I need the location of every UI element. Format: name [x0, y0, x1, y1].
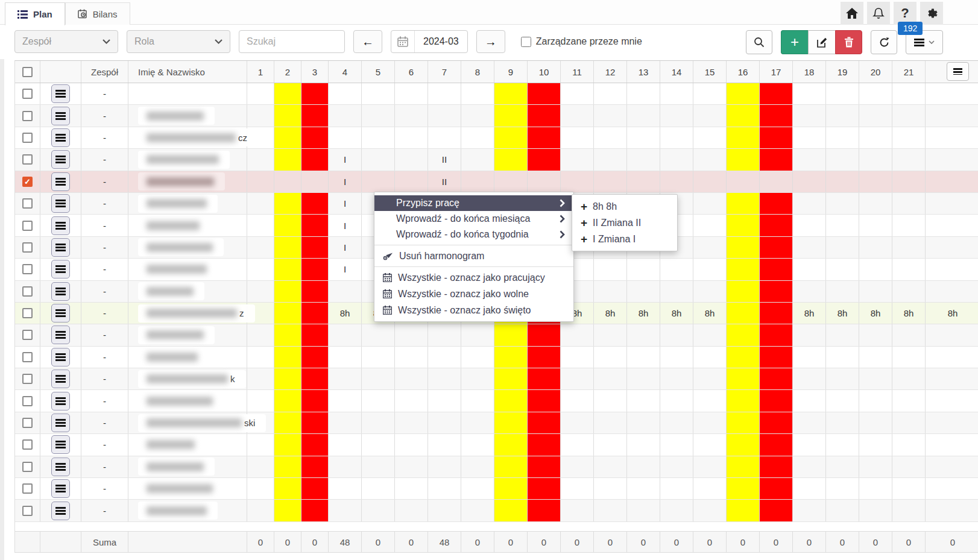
day-cell[interactable] — [859, 127, 892, 148]
day-cell[interactable] — [428, 434, 461, 455]
day-cell[interactable] — [926, 368, 978, 389]
day-cell[interactable] — [760, 127, 793, 148]
name-cell[interactable] — [128, 171, 247, 192]
day-cell[interactable] — [395, 171, 428, 192]
day-cell[interactable] — [926, 83, 978, 104]
day-cell[interactable] — [274, 324, 301, 345]
day-cell[interactable]: 8h — [660, 303, 693, 324]
day-cell[interactable] — [362, 434, 395, 455]
day-cell[interactable] — [627, 83, 660, 104]
day-cell[interactable] — [428, 127, 461, 148]
day-cell[interactable] — [461, 478, 494, 499]
day-cell[interactable] — [760, 412, 793, 433]
day-cell[interactable] — [329, 500, 362, 521]
day-cell[interactable] — [859, 500, 892, 521]
day-cell[interactable] — [461, 324, 494, 345]
day-cell[interactable]: I — [329, 237, 362, 258]
day-cell[interactable] — [494, 456, 528, 477]
settings-button[interactable] — [920, 2, 943, 25]
day-cell[interactable] — [826, 127, 859, 148]
day-cell[interactable] — [727, 149, 760, 170]
day-cell[interactable] — [727, 500, 760, 521]
day-cell[interactable] — [793, 237, 826, 258]
day-cell[interactable] — [859, 149, 892, 170]
day-cell[interactable] — [660, 456, 693, 477]
menu-item[interactable]: Wszystkie - oznacz jako wolne — [374, 286, 573, 302]
day-cell[interactable] — [760, 259, 793, 280]
day-cell[interactable] — [627, 412, 660, 433]
day-cell[interactable] — [660, 149, 693, 170]
day-cell[interactable] — [301, 281, 329, 302]
day-cell[interactable] — [428, 83, 461, 104]
row-checkbox[interactable] — [22, 352, 33, 362]
day-cell[interactable] — [594, 83, 627, 104]
day-cell[interactable] — [594, 149, 627, 170]
day-cell[interactable] — [892, 237, 926, 258]
row-menu-button[interactable] — [51, 392, 70, 411]
name-cell[interactable] — [128, 83, 247, 104]
day-cell[interactable]: II — [428, 149, 461, 170]
day-cell[interactable] — [892, 259, 926, 280]
day-cell[interactable] — [594, 281, 627, 302]
day-cell[interactable] — [274, 105, 301, 126]
column-options-button[interactable] — [947, 62, 969, 81]
day-cell[interactable] — [660, 324, 693, 345]
day-cell[interactable] — [793, 500, 826, 521]
row-checkbox[interactable] — [22, 483, 33, 494]
day-cell[interactable] — [362, 368, 395, 389]
day-cell[interactable] — [594, 127, 627, 148]
day-cell[interactable] — [793, 105, 826, 126]
name-cell[interactable] — [128, 324, 247, 345]
day-cell[interactable] — [760, 215, 793, 236]
row-checkbox[interactable] — [22, 330, 33, 340]
day-cell[interactable] — [760, 478, 793, 499]
day-cell[interactable] — [274, 171, 301, 192]
help-button[interactable]: ? 192 — [894, 2, 916, 25]
day-cell[interactable] — [693, 237, 727, 258]
day-cell[interactable] — [329, 478, 362, 499]
refresh-button[interactable] — [871, 30, 897, 54]
day-cell[interactable] — [627, 347, 660, 368]
home-button[interactable] — [841, 2, 863, 25]
day-cell[interactable] — [395, 347, 428, 368]
day-cell[interactable] — [301, 368, 329, 389]
row-menu-button[interactable] — [51, 435, 70, 454]
day-cell[interactable] — [428, 456, 461, 477]
day-cell[interactable]: I — [329, 259, 362, 280]
row-checkbox[interactable] — [22, 242, 33, 253]
day-cell[interactable]: I — [329, 149, 362, 170]
day-cell[interactable] — [362, 390, 395, 411]
day-cell[interactable] — [727, 456, 760, 477]
day-cell[interactable] — [461, 105, 494, 126]
day-cell[interactable] — [494, 412, 528, 433]
day-cell[interactable] — [693, 434, 727, 455]
day-cell[interactable] — [926, 324, 978, 345]
day-cell[interactable] — [727, 171, 760, 192]
day-cell[interactable] — [793, 83, 826, 104]
day-cell[interactable] — [594, 478, 627, 499]
day-cell[interactable] — [693, 171, 727, 192]
day-cell[interactable] — [859, 412, 892, 433]
day-cell[interactable] — [594, 390, 627, 411]
day-cell[interactable] — [727, 281, 760, 302]
day-cell[interactable] — [301, 215, 329, 236]
day-cell[interactable] — [461, 412, 494, 433]
day-cell[interactable] — [727, 478, 760, 499]
row-checkbox[interactable] — [22, 506, 33, 516]
day-cell[interactable]: 8h — [859, 303, 892, 324]
day-cell[interactable] — [892, 171, 926, 192]
day-cell[interactable]: 8h — [926, 303, 978, 324]
day-cell[interactable] — [627, 127, 660, 148]
day-cell[interactable] — [247, 215, 274, 236]
day-cell[interactable] — [301, 237, 329, 258]
row-menu-button[interactable] — [51, 326, 70, 344]
day-cell[interactable] — [561, 149, 594, 170]
day-cell[interactable] — [760, 83, 793, 104]
day-cell[interactable] — [693, 149, 727, 170]
day-cell[interactable] — [301, 259, 329, 280]
day-cell[interactable] — [561, 456, 594, 477]
day-cell[interactable] — [760, 347, 793, 368]
day-cell[interactable] — [274, 237, 301, 258]
day-cell[interactable] — [461, 127, 494, 148]
day-cell[interactable] — [826, 259, 859, 280]
